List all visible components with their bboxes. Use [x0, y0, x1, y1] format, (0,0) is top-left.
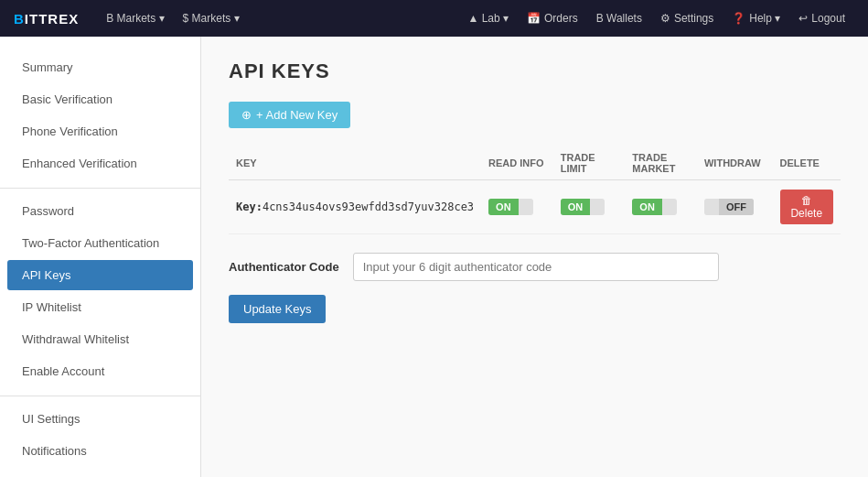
- sidebar-group-security: Password Two-Factor Authentication API K…: [0, 196, 200, 386]
- col-header-withdraw: WITHDRAW: [697, 146, 773, 180]
- sidebar-group-prefs: UI Settings Notifications: [0, 404, 200, 466]
- nav-right: ▲ Lab ▾ 📅 Orders B Wallets ⚙ Settings ❓ …: [458, 0, 854, 37]
- sidebar-item-enhanced-verification[interactable]: Enhanced Verification: [7, 148, 193, 179]
- api-keys-table: KEY READ INFO TRADE LIMIT TRADE MARKET W…: [229, 146, 841, 234]
- sidebar-group-account: Summary Basic Verification Phone Verific…: [0, 52, 200, 179]
- trade-limit-cell: ON: [553, 180, 626, 234]
- sidebar-item-notifications[interactable]: Notifications: [7, 436, 193, 466]
- read-on[interactable]: ON: [488, 199, 519, 215]
- sidebar-item-enable-account[interactable]: Enable Account: [7, 356, 193, 386]
- page-title: API KEYS: [229, 60, 841, 83]
- sidebar-item-ip-whitelist[interactable]: IP Whitelist: [7, 292, 193, 322]
- read-info-toggle[interactable]: ON: [488, 199, 533, 215]
- trade-market-toggle[interactable]: ON: [632, 199, 677, 215]
- key-cell: Key:4cns34us4ovs93ewfdd3sd7yuv328ce3: [229, 180, 481, 234]
- withdraw-on[interactable]: [704, 204, 719, 210]
- col-header-key: KEY: [229, 146, 481, 180]
- nav-wallets[interactable]: B Wallets: [587, 0, 651, 37]
- sidebar-item-password[interactable]: Password: [7, 196, 193, 226]
- nav-b-markets[interactable]: B Markets ▾: [97, 0, 173, 37]
- auth-code-input[interactable]: [353, 253, 719, 281]
- key-value: 4cns34us4ovs93ewfdd3sd7yuv328ce3: [263, 201, 474, 213]
- table-row: Key:4cns34us4ovs93ewfdd3sd7yuv328ce3 ON …: [229, 180, 841, 234]
- auth-code-label: Authenticator Code: [229, 260, 339, 274]
- gear-icon: ⚙: [660, 0, 670, 37]
- help-icon: ❓: [732, 0, 745, 37]
- withdraw-toggle[interactable]: OFF: [704, 199, 754, 215]
- read-info-cell: ON: [481, 180, 553, 234]
- nav-dollar-markets[interactable]: $ Markets ▾: [174, 0, 249, 37]
- col-header-trade-limit: TRADE LIMIT: [553, 146, 626, 180]
- nav-help[interactable]: ❓ Help ▾: [723, 0, 789, 37]
- plus-icon: ⊕: [241, 108, 252, 122]
- sidebar-item-api-keys[interactable]: API Keys: [7, 260, 193, 290]
- sidebar-item-ui-settings[interactable]: UI Settings: [7, 404, 193, 434]
- sidebar-item-phone-verification[interactable]: Phone Verification: [7, 116, 193, 146]
- trade-limit-on[interactable]: ON: [561, 199, 591, 215]
- sidebar-item-two-factor[interactable]: Two-Factor Authentication: [7, 228, 193, 258]
- nav-settings[interactable]: ⚙ Settings: [651, 0, 723, 37]
- nav-lab[interactable]: ▲ Lab ▾: [458, 0, 518, 37]
- nav-orders[interactable]: 📅 Orders: [518, 0, 587, 37]
- auth-section: Authenticator Code: [229, 253, 841, 281]
- delete-cell: 🗑 Delete: [773, 180, 841, 234]
- add-new-key-button[interactable]: ⊕ + Add New Key: [229, 102, 350, 128]
- logo: BITTREX: [14, 11, 79, 27]
- withdraw-off[interactable]: OFF: [719, 199, 754, 215]
- sidebar: Summary Basic Verification Phone Verific…: [0, 37, 201, 477]
- trade-market-cell: ON: [625, 180, 697, 234]
- col-header-delete: DELETE: [773, 146, 841, 180]
- trade-market-on[interactable]: ON: [632, 199, 662, 215]
- trade-market-off[interactable]: [662, 204, 677, 210]
- sidebar-item-basic-verification[interactable]: Basic Verification: [7, 84, 193, 114]
- main-layout: Summary Basic Verification Phone Verific…: [0, 37, 868, 477]
- delete-button[interactable]: 🗑 Delete: [780, 190, 833, 224]
- key-label: Key:: [236, 201, 263, 213]
- trade-limit-off[interactable]: [590, 204, 605, 210]
- calendar-icon: 📅: [527, 0, 541, 37]
- withdraw-cell: OFF: [697, 180, 773, 234]
- content-area: API KEYS ⊕ + Add New Key KEY READ INFO T…: [201, 37, 868, 477]
- col-header-read: READ INFO: [481, 146, 553, 180]
- sidebar-item-withdrawal-whitelist[interactable]: Withdrawal Whitelist: [7, 324, 193, 354]
- trade-limit-toggle[interactable]: ON: [561, 199, 605, 215]
- sidebar-item-summary[interactable]: Summary: [7, 52, 193, 82]
- read-off[interactable]: [519, 204, 533, 210]
- col-header-trade-market: TRADE MARKET: [625, 146, 697, 180]
- logout-icon: ↩: [798, 0, 808, 37]
- nav-logout[interactable]: ↩ Logout: [789, 0, 854, 37]
- top-nav: BITTREX B Markets ▾ $ Markets ▾ ▲ Lab ▾ …: [0, 0, 868, 37]
- update-keys-button[interactable]: Update Keys: [229, 295, 326, 323]
